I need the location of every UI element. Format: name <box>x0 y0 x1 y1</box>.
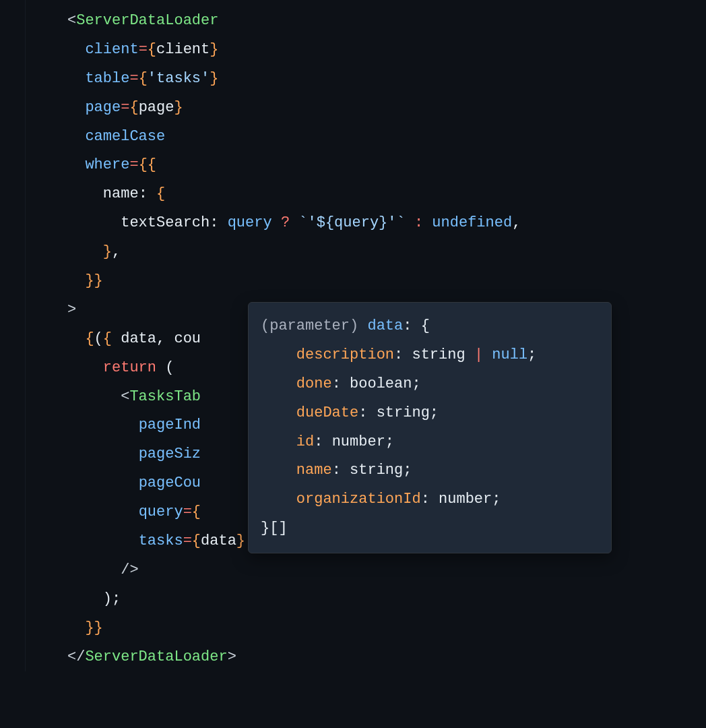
jsx-closing-tag: ServerDataLoader <box>85 648 227 665</box>
intellisense-tooltip: (parameter) data: { description: string … <box>248 302 612 553</box>
tooltip-field: description: string | null; <box>261 341 599 370</box>
tooltip-field: organizationId: number; <box>261 485 599 514</box>
tooltip-field: name: string; <box>261 456 599 485</box>
tooltip-closing: }[] <box>261 514 599 543</box>
tooltip-field: dueDate: string; <box>261 399 599 428</box>
tooltip-field: done: boolean; <box>261 370 599 399</box>
tooltip-header: (parameter) data: { <box>261 312 599 341</box>
gutter-margin <box>0 0 26 671</box>
tooltip-field: id: number; <box>261 428 599 457</box>
jsx-opening-tag: ServerDataLoader <box>76 12 218 29</box>
